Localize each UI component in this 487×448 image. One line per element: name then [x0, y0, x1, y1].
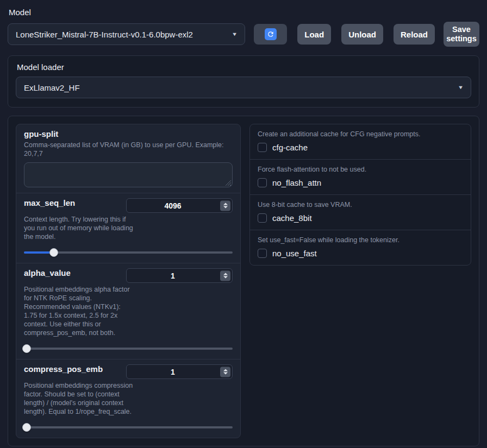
alpha-value-slider[interactable]	[24, 344, 233, 354]
no-flash-attn-option[interactable]: no_flash_attn	[258, 178, 463, 187]
save-settings-button[interactable]: Save settings	[444, 22, 479, 47]
checkbox-icon[interactable]	[258, 249, 267, 258]
max-seq-len-header: max_seq_len	[24, 198, 233, 213]
gpu-split-label: gpu-split	[24, 129, 233, 138]
refresh-icon	[265, 28, 277, 40]
model-section-label: Model	[9, 8, 479, 17]
model-loader-label: Model loader	[17, 62, 471, 72]
cfg-cache-group: Create an additional cache for CFG negat…	[250, 124, 471, 159]
alpha-value-header: alpha_value	[24, 268, 233, 283]
checkbox-icon[interactable]	[258, 213, 267, 223]
refresh-models-button[interactable]	[254, 24, 287, 45]
gpu-split-info: Comma-separated list of VRAM (in GB) to …	[24, 141, 233, 158]
no-flash-attn-info: Force flash-attention to not be used.	[258, 165, 463, 174]
chevron-down-icon: ▼	[232, 31, 238, 37]
max-seq-len-info: Context length. Try lowering this if you…	[24, 215, 134, 241]
max-seq-len-number	[126, 198, 233, 213]
alpha-value-info: Positional embeddings alpha factor for N…	[24, 285, 134, 337]
gpu-split-input-wrap	[24, 162, 233, 187]
compress-pos-emb-header: compress_pos_emb	[24, 364, 233, 379]
model-loader-value: ExLlamav2_HF	[24, 83, 453, 92]
cache-8bit-info: Use 8-bit cache to save VRAM.	[258, 200, 463, 209]
cache-8bit-option[interactable]: cache_8bit	[258, 213, 463, 223]
slider-fill	[24, 251, 53, 254]
compress-pos-emb-info: Positional embeddings compression factor…	[24, 381, 134, 416]
cfg-cache-info: Create an additional cache for CFG negat…	[258, 130, 463, 138]
cache-8bit-label: cache_8bit	[272, 213, 312, 223]
number-spinner[interactable]	[220, 367, 230, 377]
slider-track[interactable]	[24, 426, 233, 428]
loader-settings-panel: gpu-split Comma-separated list of VRAM (…	[8, 116, 479, 446]
no-flash-attn-label: no_flash_attn	[272, 178, 321, 187]
cfg-cache-option[interactable]: cfg-cache	[258, 143, 463, 152]
checkbox-icon[interactable]	[258, 143, 267, 152]
load-button[interactable]: Load	[297, 24, 331, 45]
no-use-fast-info: Set use_fast=False while loading the tok…	[258, 236, 463, 244]
number-spinner[interactable]	[220, 270, 230, 281]
max-seq-len-input[interactable]	[126, 198, 233, 213]
compress-pos-emb-number	[126, 364, 233, 379]
model-header-row: LoneStriker_Mistral-7B-Instruct-v0.1-6.0…	[8, 22, 479, 47]
compress-pos-emb-slider[interactable]	[24, 422, 233, 432]
loader-options-column: Create an additional cache for CFG negat…	[249, 124, 471, 266]
cache-8bit-group: Use 8-bit cache to save VRAM. cache_8bit	[250, 194, 471, 230]
gpu-split-group: gpu-split Comma-separated list of VRAM (…	[16, 124, 240, 193]
compress-pos-emb-input[interactable]	[126, 364, 233, 379]
no-use-fast-option[interactable]: no_use_fast	[258, 249, 463, 258]
max-seq-len-label: max_seq_len	[24, 198, 75, 207]
slider-handle[interactable]	[49, 248, 58, 257]
loader-params-column: gpu-split Comma-separated list of VRAM (…	[16, 124, 241, 438]
compress-pos-emb-group: compress_pos_emb Positional embeddings c…	[16, 359, 240, 438]
no-flash-attn-group: Force flash-attention to not be used. no…	[250, 159, 471, 194]
reload-button[interactable]: Reload	[394, 24, 435, 45]
number-spinner[interactable]	[220, 200, 230, 211]
checkbox-icon[interactable]	[258, 178, 267, 187]
compress-pos-emb-label: compress_pos_emb	[24, 364, 103, 374]
model-loader-dropdown[interactable]: ExLlamav2_HF ▼	[16, 77, 471, 98]
max-seq-len-group: max_seq_len Context length. Try lowering…	[16, 193, 240, 263]
unload-button[interactable]: Unload	[341, 24, 383, 45]
alpha-value-input[interactable]	[126, 268, 233, 283]
model-tab-page: Model LoneStriker_Mistral-7B-Instruct-v0…	[0, 0, 487, 448]
model-loader-panel: Model loader ExLlamav2_HF ▼	[8, 55, 479, 108]
slider-handle[interactable]	[22, 344, 31, 353]
model-dropdown[interactable]: LoneStriker_Mistral-7B-Instruct-v0.1-6.0…	[8, 23, 245, 45]
slider-track[interactable]	[24, 348, 233, 350]
alpha-value-number	[126, 268, 233, 283]
no-use-fast-group: Set use_fast=False while loading the tok…	[250, 230, 471, 265]
no-use-fast-label: no_use_fast	[272, 249, 317, 258]
alpha-value-label: alpha_value	[24, 268, 71, 277]
chevron-down-icon: ▼	[458, 85, 464, 90]
alpha-value-group: alpha_value Positional embeddings alpha …	[16, 263, 240, 359]
cfg-cache-label: cfg-cache	[272, 143, 308, 152]
slider-handle[interactable]	[22, 423, 31, 432]
gpu-split-input[interactable]	[24, 162, 233, 187]
model-dropdown-value: LoneStriker_Mistral-7B-Instruct-v0.1-6.0…	[16, 30, 227, 39]
max-seq-len-slider[interactable]	[24, 248, 233, 257]
